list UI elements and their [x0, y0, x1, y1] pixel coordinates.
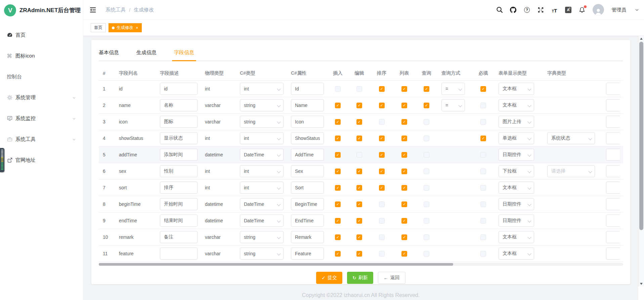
required-checkbox[interactable]: [480, 119, 486, 125]
insert-checkbox[interactable]: [335, 218, 341, 224]
list-checkbox[interactable]: [401, 136, 407, 141]
insert-checkbox[interactable]: [335, 168, 341, 174]
edit-checkbox[interactable]: [356, 185, 362, 191]
horizontal-scrollbar-thumb[interactable]: [99, 263, 453, 266]
edit-checkbox[interactable]: [356, 218, 362, 224]
list-checkbox[interactable]: [401, 218, 407, 224]
list-checkbox[interactable]: [401, 234, 407, 240]
query-mode-select[interactable]: =: [441, 83, 465, 95]
insert-checkbox[interactable]: [335, 119, 341, 125]
field-desc-input[interactable]: [160, 248, 198, 260]
clipped-extra-input[interactable]: [606, 215, 620, 227]
query-checkbox[interactable]: [424, 103, 429, 108]
sort-checkbox[interactable]: [379, 168, 385, 174]
clipped-extra-input[interactable]: [606, 182, 620, 194]
dict-type-select[interactable]: 系统状态: [547, 132, 595, 144]
list-checkbox[interactable]: [401, 251, 407, 257]
display-type-select[interactable]: 日期控件: [499, 215, 534, 227]
field-desc-input[interactable]: [160, 215, 198, 227]
sort-checkbox[interactable]: [379, 152, 385, 158]
required-checkbox[interactable]: [480, 103, 486, 108]
user-chevron-down-icon[interactable]: [635, 7, 639, 12]
required-checkbox[interactable]: [480, 218, 486, 224]
vertical-scrollbar-thumb[interactable]: [639, 42, 643, 230]
query-checkbox[interactable]: [424, 136, 429, 141]
vertical-scrollbar[interactable]: [638, 36, 644, 287]
sidebar-item-6[interactable]: 官网地址: [0, 150, 83, 171]
sidebar-item-0[interactable]: 首页: [0, 25, 83, 45]
tag-1[interactable]: 生成修改×: [109, 23, 142, 32]
edit-checkbox[interactable]: [356, 234, 362, 240]
list-checkbox[interactable]: [401, 103, 407, 108]
horizontal-scrollbar[interactable]: [99, 263, 623, 266]
display-type-select[interactable]: 日期控件: [499, 149, 534, 161]
fullscreen-icon[interactable]: [538, 6, 544, 13]
query-checkbox[interactable]: [424, 201, 429, 207]
github-icon[interactable]: [510, 6, 517, 13]
cs-type-select[interactable]: DateTime: [240, 198, 284, 210]
insert-checkbox[interactable]: [335, 152, 341, 158]
tag-close-icon[interactable]: ×: [136, 26, 138, 30]
sort-checkbox[interactable]: [379, 86, 385, 92]
sidebar-item-2[interactable]: 控制台: [0, 66, 83, 87]
cs-type-select[interactable]: string: [240, 99, 284, 111]
clipped-extra-input[interactable]: [606, 116, 620, 128]
insert-checkbox[interactable]: [335, 251, 341, 257]
edit-checkbox[interactable]: [356, 86, 362, 92]
list-checkbox[interactable]: [401, 185, 407, 191]
field-desc-input[interactable]: [160, 83, 198, 95]
clipped-extra-input[interactable]: [606, 231, 620, 243]
insert-checkbox[interactable]: [335, 103, 341, 108]
sort-checkbox[interactable]: [379, 103, 385, 108]
logo-row[interactable]: V ZRAdmin.NET后台管理: [0, 0, 83, 20]
user-name[interactable]: 管理员: [612, 7, 627, 13]
edge-monitor-widget[interactable]: [0, 148, 4, 172]
query-checkbox[interactable]: [424, 185, 429, 191]
search-icon[interactable]: [496, 6, 503, 13]
list-checkbox[interactable]: [401, 201, 407, 207]
sort-checkbox[interactable]: [379, 218, 385, 224]
query-checkbox[interactable]: [424, 234, 429, 240]
required-checkbox[interactable]: [480, 185, 486, 191]
list-checkbox[interactable]: [401, 119, 407, 125]
edit-checkbox[interactable]: [356, 201, 362, 207]
cs-type-select[interactable]: int: [240, 83, 284, 95]
edit-checkbox[interactable]: [356, 136, 362, 141]
clipped-extra-input[interactable]: [606, 99, 620, 111]
display-type-select[interactable]: 图片上传: [499, 116, 534, 128]
sidebar-item-5[interactable]: 系统工具: [0, 129, 83, 150]
help-icon[interactable]: ?: [524, 6, 530, 13]
edit-checkbox[interactable]: [356, 152, 362, 158]
sidebar-item-3[interactable]: 系统管理: [0, 87, 83, 108]
cs-prop-input[interactable]: [291, 149, 324, 161]
insert-checkbox[interactable]: [335, 234, 341, 240]
scroll-up-arrow-icon[interactable]: [640, 38, 643, 40]
cs-type-select[interactable]: DateTime: [240, 215, 284, 227]
display-type-select[interactable]: 下拉框: [499, 165, 534, 177]
breadcrumb-item-parent[interactable]: 系统工具: [105, 7, 126, 13]
cs-prop-input[interactable]: [291, 132, 324, 144]
sort-checkbox[interactable]: [379, 136, 385, 141]
edit-checkbox[interactable]: [356, 103, 362, 108]
tab-0[interactable]: 基本信息: [99, 49, 119, 61]
insert-checkbox[interactable]: [335, 136, 341, 141]
cs-prop-input[interactable]: [291, 231, 324, 243]
tag-0[interactable]: 首页: [91, 23, 106, 32]
query-checkbox[interactable]: [424, 86, 429, 92]
field-desc-input[interactable]: [160, 149, 198, 161]
insert-checkbox[interactable]: [335, 185, 341, 191]
list-checkbox[interactable]: [401, 86, 407, 92]
sort-checkbox[interactable]: [379, 251, 385, 257]
field-desc-input[interactable]: [160, 99, 198, 111]
display-type-select[interactable]: 文本框: [499, 83, 534, 95]
dict-type-select[interactable]: 请选择: [547, 165, 595, 177]
cs-prop-input[interactable]: [291, 116, 324, 128]
display-type-select[interactable]: 单选框: [499, 132, 534, 144]
query-mode-select[interactable]: =: [441, 99, 465, 111]
field-desc-input[interactable]: [160, 182, 198, 194]
bell-icon[interactable]: [579, 6, 586, 13]
list-checkbox[interactable]: [401, 152, 407, 158]
query-checkbox[interactable]: [424, 218, 429, 224]
cs-prop-input[interactable]: [291, 198, 324, 210]
query-checkbox[interactable]: [424, 152, 429, 158]
